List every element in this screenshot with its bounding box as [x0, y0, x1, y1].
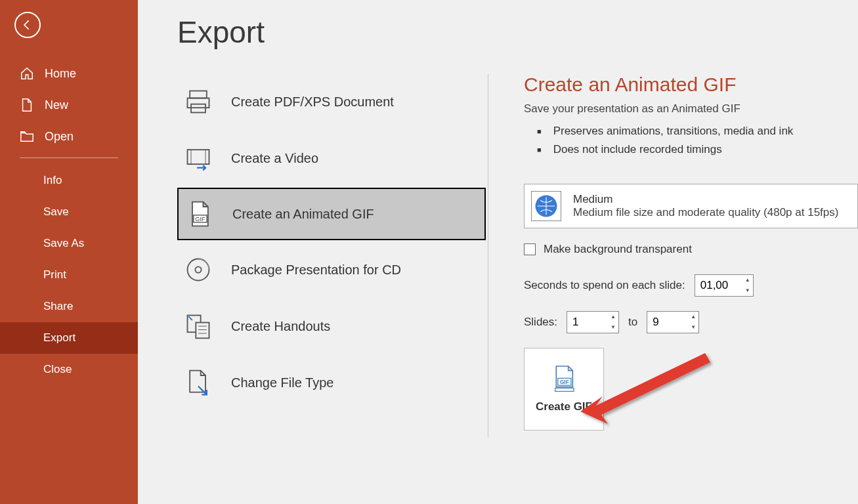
sidebar-item-close[interactable]: Close — [0, 354, 138, 385]
svg-rect-11 — [196, 323, 209, 339]
sidebar-item-new[interactable]: New — [0, 89, 138, 121]
sidebar-label: Save — [43, 205, 69, 219]
new-file-icon — [20, 98, 34, 112]
slides-to-input[interactable] — [647, 316, 688, 329]
option-label: Create an Animated GIF — [232, 207, 374, 222]
spinner-down[interactable]: ▼ — [608, 322, 618, 333]
sidebar-label: Save As — [43, 237, 84, 250]
option-label: Create PDF/XPS Document — [231, 94, 394, 110]
sidebar-label: Close — [43, 363, 72, 376]
spinner-down[interactable]: ▼ — [742, 285, 753, 296]
slides-to-spinner[interactable]: ▲▼ — [647, 311, 699, 333]
option-label: Create a Video — [231, 151, 318, 166]
gif-file-icon: GIF — [185, 200, 214, 228]
change-file-type-icon — [184, 368, 213, 397]
transparent-label: Make background transparent — [544, 243, 692, 256]
sidebar-item-home[interactable]: Home — [0, 58, 138, 89]
sidebar-item-share[interactable]: Share — [0, 291, 138, 322]
option-label: Change File Type — [231, 375, 333, 390]
spinner-up[interactable]: ▲ — [608, 312, 618, 322]
svg-rect-3 — [188, 150, 209, 164]
sidebar-label: Home — [45, 67, 76, 81]
seconds-input[interactable] — [695, 279, 742, 292]
svg-rect-0 — [190, 91, 207, 98]
quality-name: Medium — [573, 193, 838, 206]
seconds-label: Seconds to spend on each slide: — [524, 279, 685, 292]
svg-text:GIF: GIF — [560, 379, 569, 385]
backstage-sidebar: Home New Open Info Save Save As Print Sh… — [0, 0, 138, 504]
spinner-up[interactable]: ▲ — [742, 275, 753, 285]
sidebar-item-export[interactable]: Export — [0, 322, 138, 354]
page-title: Export — [177, 14, 858, 50]
create-gif-button[interactable]: GIF Create GIF — [524, 348, 604, 430]
export-options-list: Create PDF/XPS Document Create a Video G… — [177, 74, 488, 437]
cd-icon — [184, 255, 213, 284]
sidebar-label: Info — [43, 174, 62, 187]
video-icon — [184, 144, 213, 173]
detail-bullets: Preserves animations, transitions, media… — [524, 122, 858, 159]
slides-from-input[interactable] — [567, 316, 608, 329]
option-change-file-type[interactable]: Change File Type — [177, 354, 488, 411]
option-animated-gif[interactable]: GIF Create an Animated GIF — [177, 188, 486, 240]
sidebar-item-info[interactable]: Info — [0, 165, 138, 196]
spinner-down[interactable]: ▼ — [688, 322, 698, 333]
bullet-item: Preserves animations, transitions, media… — [537, 122, 858, 140]
option-video[interactable]: Create a Video — [177, 130, 488, 186]
create-gif-label: Create GIF — [536, 400, 592, 413]
slides-to-label: to — [628, 316, 637, 329]
sidebar-label: Open — [45, 130, 74, 144]
handouts-icon — [184, 312, 213, 341]
sidebar-divider — [20, 158, 118, 158]
detail-subtitle: Save your presentation as an Animated GI… — [524, 102, 858, 116]
option-package-cd[interactable]: Package Presentation for CD — [177, 242, 488, 298]
option-handouts[interactable]: Create Handouts — [177, 298, 488, 354]
svg-point-9 — [195, 266, 201, 272]
bullet-item: Does not include recorded timings — [537, 140, 858, 159]
arrow-left-icon — [21, 18, 34, 32]
export-details-panel: Create an Animated GIF Save your present… — [488, 74, 858, 437]
gif-file-icon: GIF — [551, 365, 577, 394]
slides-from-spinner[interactable]: ▲▼ — [567, 311, 619, 333]
quality-desc: Medium file size and moderate quality (4… — [573, 206, 838, 219]
sidebar-item-open[interactable]: Open — [0, 121, 138, 152]
main-content: Export Create PDF/XPS Document Create a … — [138, 0, 858, 504]
sidebar-label: Export — [43, 331, 75, 345]
spinner-up[interactable]: ▲ — [688, 312, 698, 322]
option-label: Create Handouts — [231, 319, 330, 334]
quality-dropdown[interactable]: Medium Medium file size and moderate qua… — [524, 184, 858, 228]
slides-label: Slides: — [524, 316, 557, 329]
sidebar-item-save[interactable]: Save — [0, 196, 138, 228]
sidebar-label: Share — [43, 300, 73, 313]
sidebar-item-save-as[interactable]: Save As — [0, 228, 138, 259]
option-label: Package Presentation for CD — [231, 262, 401, 278]
sidebar-label: New — [45, 98, 68, 112]
quality-icon — [531, 191, 561, 221]
sidebar-item-print[interactable]: Print — [0, 259, 138, 291]
detail-title: Create an Animated GIF — [524, 74, 858, 96]
back-button[interactable] — [14, 12, 41, 38]
sidebar-label: Print — [43, 268, 66, 282]
option-pdf-xps[interactable]: Create PDF/XPS Document — [177, 74, 488, 130]
home-icon — [20, 66, 34, 81]
svg-rect-18 — [555, 388, 574, 391]
folder-open-icon — [20, 129, 34, 144]
svg-text:GIF: GIF — [195, 216, 205, 222]
svg-rect-2 — [191, 104, 205, 113]
seconds-spinner[interactable]: ▲▼ — [695, 274, 754, 297]
printer-icon — [184, 87, 213, 116]
transparent-checkbox[interactable] — [524, 243, 536, 255]
